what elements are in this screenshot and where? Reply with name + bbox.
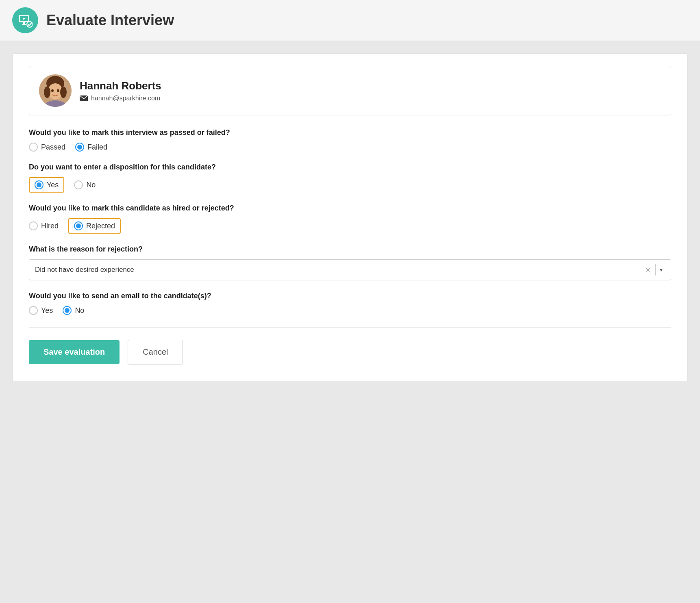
svg-point-12: [51, 89, 54, 92]
dropdown-divider: [655, 264, 656, 275]
dropdown-arrow-icon[interactable]: ▾: [657, 267, 665, 273]
button-row: Save evaluation Cancel: [29, 340, 671, 364]
q3-rejected-radio[interactable]: [74, 221, 83, 230]
page-title: Evaluate Interview: [46, 12, 174, 29]
q3-hired-radio[interactable]: [29, 221, 38, 230]
q2-yes-text: Yes: [47, 181, 59, 189]
q5-section: Would you like to send an email to the c…: [29, 292, 671, 315]
q1-failed-radio[interactable]: [75, 143, 84, 152]
q2-radio-group: Yes No: [29, 177, 671, 193]
q4-question: What is the reason for rejection?: [29, 245, 671, 254]
q2-yes-label[interactable]: Yes: [29, 177, 64, 193]
video-icon: [18, 13, 33, 28]
email-icon: [80, 95, 88, 101]
candidate-card: Hannah Roberts hannah@sparkhire.com: [29, 66, 671, 115]
q3-rejected-text: Rejected: [86, 222, 115, 230]
rejection-reason-dropdown[interactable]: Did not have desired experience × ▾: [29, 259, 671, 280]
cancel-button[interactable]: Cancel: [128, 340, 183, 364]
svg-point-13: [57, 89, 59, 92]
q3-question: Would you like to mark this candidate as…: [29, 204, 671, 213]
q5-radio-group: Yes No: [29, 306, 671, 315]
q2-section: Do you want to enter a disposition for t…: [29, 163, 671, 193]
section-divider: [29, 327, 671, 328]
q3-section: Would you like to mark this candidate as…: [29, 204, 671, 234]
q1-question: Would you like to mark this interview as…: [29, 128, 671, 137]
dropdown-clear-button[interactable]: ×: [642, 265, 654, 275]
q3-hired-label[interactable]: Hired: [29, 221, 59, 230]
q5-no-label[interactable]: No: [63, 306, 84, 315]
q1-passed-radio[interactable]: [29, 143, 38, 152]
q1-passed-label[interactable]: Passed: [29, 143, 65, 152]
svg-rect-3: [23, 22, 25, 24]
q1-failed-label[interactable]: Failed: [75, 143, 107, 152]
q2-question: Do you want to enter a disposition for t…: [29, 163, 671, 171]
main-content: Hannah Roberts hannah@sparkhire.com Woul…: [12, 53, 688, 381]
q2-no-label[interactable]: No: [74, 180, 96, 189]
q1-passed-text: Passed: [41, 143, 65, 152]
page-header: Evaluate Interview: [0, 0, 700, 41]
q1-section: Would you like to mark this interview as…: [29, 128, 671, 152]
candidate-email: hannah@sparkhire.com: [91, 95, 160, 102]
q5-yes-radio[interactable]: [29, 306, 38, 315]
save-evaluation-button[interactable]: Save evaluation: [29, 340, 120, 364]
avatar-image: [39, 74, 72, 107]
svg-rect-4: [22, 24, 26, 25]
q5-no-radio[interactable]: [63, 306, 72, 315]
q3-hired-text: Hired: [41, 222, 59, 230]
q4-section: What is the reason for rejection? Did no…: [29, 245, 671, 280]
svg-point-10: [60, 87, 67, 98]
q5-question: Would you like to send an email to the c…: [29, 292, 671, 300]
header-icon: [12, 7, 38, 33]
candidate-info: Hannah Roberts hannah@sparkhire.com: [80, 80, 161, 102]
q1-failed-text: Failed: [87, 143, 107, 152]
q3-radio-group: Hired Rejected: [29, 218, 671, 234]
svg-point-9: [44, 87, 50, 98]
q2-yes-radio[interactable]: [35, 180, 43, 189]
q5-no-text: No: [75, 306, 84, 315]
candidate-name: Hannah Roberts: [80, 80, 161, 92]
avatar: [39, 74, 72, 107]
dropdown-selected-value: Did not have desired experience: [35, 266, 642, 274]
q2-no-text: No: [86, 181, 96, 189]
q3-rejected-label[interactable]: Rejected: [68, 218, 121, 234]
q5-yes-label[interactable]: Yes: [29, 306, 53, 315]
candidate-email-row: hannah@sparkhire.com: [80, 95, 161, 102]
q5-yes-text: Yes: [41, 306, 53, 315]
q2-no-radio[interactable]: [74, 180, 83, 189]
q1-radio-group: Passed Failed: [29, 143, 671, 152]
